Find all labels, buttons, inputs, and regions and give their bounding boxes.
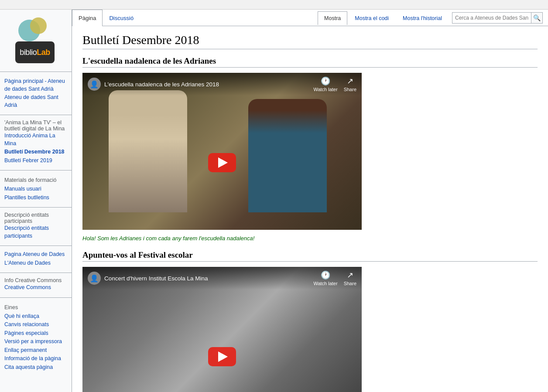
sidebar-anima-text: 'Anima La Mina TV' – el butlletí digital…: [4, 119, 65, 132]
share-icon-2: ↗: [347, 270, 353, 280]
sidebar-item-pagina-principal[interactable]: Pàgina principal - Ateneu de dades Sant …: [4, 77, 67, 93]
video-1-avatar: 👤: [88, 78, 101, 91]
video-2-watch-later[interactable]: 🕐 Watch later: [313, 270, 337, 286]
video-1-top-bar: 👤 L'escudella nadalenca de les Adrianes …: [82, 73, 362, 95]
video-2-top-bar: 👤 Concert d'hivern Institut Escola La Mi…: [82, 267, 362, 290]
logo-rect: biblioLab: [15, 41, 55, 63]
play-triangle-2: [218, 351, 228, 362]
sidebar-item-introduccio[interactable]: Introducció Anima La Mina: [4, 132, 67, 148]
sidebar-item-butlleti-desembre[interactable]: Butlletí Desembre 2018: [4, 148, 67, 157]
article-title: Butlletí Desembre 2018: [82, 33, 538, 49]
share-label-2: Share: [344, 281, 356, 286]
sidebar-item-cc-link[interactable]: Creative Commons: [4, 283, 67, 292]
logo-graphic: biblioLab: [12, 17, 60, 65]
video-1-caption: Hola! Som les Adrianes i com cada any fa…: [82, 235, 538, 242]
video-1-play-area[interactable]: [82, 95, 362, 230]
video-2-overlay: 👤 Concert d'hivern Institut Escola La Mi…: [82, 267, 362, 392]
sidebar-divider-3: [0, 207, 72, 208]
search-box: 🔍: [452, 12, 543, 24]
sidebar-descripcio-section: Descripció entitats participants Descrip…: [0, 210, 72, 243]
tab-right-group: Mostra Mostra el codi Mostra l'historial…: [318, 10, 548, 26]
sidebar-item-cita-pagina[interactable]: Cita aquesta pàgina: [4, 363, 67, 372]
logo-circle-olive: [30, 17, 47, 34]
tab-pagina[interactable]: Pàgina: [72, 10, 103, 26]
video-2-play-area[interactable]: [82, 290, 362, 392]
sidebar-item-manuals[interactable]: Manuals usuari: [4, 185, 67, 194]
sidebar-anima-section: 'Anima La Mina TV' – el butlletí digital…: [0, 118, 72, 167]
sidebar-ateneu-section: Pagina Ateneu de Dades L'Ateneu de Dades: [0, 249, 72, 270]
sidebar-item-versio-impressora[interactable]: Versió per a impressora: [4, 337, 67, 346]
logo-area: biblioLab: [0, 13, 72, 72]
sidebar-nav-section: Pàgina principal - Ateneu de dades Sant …: [0, 75, 72, 112]
sidebar-divider-1: [0, 115, 72, 115]
browser-bar: [0, 0, 548, 10]
sidebar-info-cc: Info Creative Commons: [4, 277, 62, 284]
search-button[interactable]: 🔍: [531, 13, 542, 23]
tab-left-group: Pàgina Discussió: [72, 10, 318, 26]
sidebar-item-canvis[interactable]: Canvis relacionats: [4, 320, 67, 329]
section1-heading: L'escudella nadalenca de les Adrianes: [82, 56, 538, 68]
video-2-share[interactable]: ↗ Share: [344, 270, 356, 286]
article: Butlletí Desembre 2018 L'escudella nadal…: [72, 26, 548, 392]
sidebar-divider-6: [0, 297, 72, 298]
main-content: Pàgina Discussió Mostra Mostra el codi M…: [72, 10, 548, 392]
share-icon: ↗: [347, 76, 353, 86]
wiki-layout: biblioLab Pàgina principal - Ateneu de d…: [0, 10, 548, 392]
sidebar-descripcio-text: Descripció entitats participants: [4, 211, 49, 225]
sidebar-item-ateneu-dades[interactable]: Ateneu de dades Sant Adrià: [4, 93, 67, 109]
tab-mostra-codi[interactable]: Mostra el codi: [348, 11, 395, 25]
video-1-overlay: 👤 L'escudella nadalenca de les Adrianes …: [82, 73, 362, 230]
tab-mostra-historial[interactable]: Mostra l'historial: [396, 11, 449, 25]
sidebar-cc-section: Info Creative Commons Creative Commons: [0, 276, 72, 295]
share-label-1: Share: [344, 87, 356, 92]
sidebar-materials-section: Materials de formació Manuals usuari Pla…: [0, 173, 72, 205]
sidebar-divider-4: [0, 245, 72, 246]
logo-lab: Lab: [37, 48, 50, 57]
video-1-share[interactable]: ↗ Share: [344, 76, 356, 92]
sidebar-item-que-hi-enllaca[interactable]: Què hi enllaça: [4, 312, 67, 321]
section2-heading: Apunteu-vos al Festival escolar: [82, 250, 538, 262]
tab-discussio[interactable]: Discussió: [103, 10, 140, 26]
play-button-2[interactable]: [208, 347, 236, 366]
sidebar: biblioLab Pàgina principal - Ateneu de d…: [0, 10, 72, 392]
video-1-title: L'escudella nadalenca de les Adrianes 20…: [104, 81, 313, 88]
watch-later-label-2: Watch later: [313, 281, 337, 286]
video-2[interactable]: 👤 Concert d'hivern Institut Escola La Mi…: [82, 267, 362, 392]
tab-bar: Pàgina Discussió Mostra Mostra el codi M…: [72, 10, 548, 26]
sidebar-eines-section: Eines Què hi enllaça Canvis relacionats …: [0, 300, 72, 375]
sidebar-item-plantilles[interactable]: Plantilles butlletins: [4, 194, 67, 202]
sidebar-divider-5: [0, 273, 72, 273]
sidebar-item-ateneu-link[interactable]: L'Ateneu de Dades: [4, 259, 67, 268]
sidebar-eines-title: Eines: [4, 304, 67, 311]
logo-bib: biblio: [20, 48, 37, 57]
video-2-title: Concert d'hivern Institut Escola La Mina: [104, 275, 313, 282]
play-button-1[interactable]: [208, 153, 236, 172]
sidebar-item-enllac-permanent[interactable]: Enllaç permanent: [4, 346, 67, 355]
search-input[interactable]: [452, 14, 531, 22]
sidebar-divider-2: [0, 170, 72, 170]
video-1-watch-later[interactable]: 🕐 Watch later: [313, 76, 337, 92]
sidebar-item-descripcio-link[interactable]: Descripció entitats participants: [4, 224, 67, 240]
tab-mostra[interactable]: Mostra: [318, 11, 347, 25]
sidebar-materials-title: Materials de formació: [4, 177, 67, 184]
sidebar-item-pagines-especials[interactable]: Pàgines especials: [4, 329, 67, 338]
sidebar-item-butlleti-febrer[interactable]: Butlletí Febrer 2019: [4, 157, 67, 165]
play-triangle-1: [218, 157, 228, 168]
video-1-actions: 🕐 Watch later ↗ Share: [313, 76, 356, 92]
video-2-avatar: 👤: [88, 272, 101, 285]
sidebar-item-pagina-ateneu[interactable]: Pagina Ateneu de Dades: [4, 250, 67, 259]
video-2-actions: 🕐 Watch later ↗ Share: [313, 270, 356, 286]
watch-later-label: Watch later: [313, 87, 337, 92]
sidebar-item-info-pagina[interactable]: Informació de la pàgina: [4, 355, 67, 363]
clock-icon-2: 🕐: [321, 270, 330, 280]
clock-icon: 🕐: [321, 76, 330, 86]
video-1[interactable]: 👤 L'escudella nadalenca de les Adrianes …: [82, 73, 362, 230]
